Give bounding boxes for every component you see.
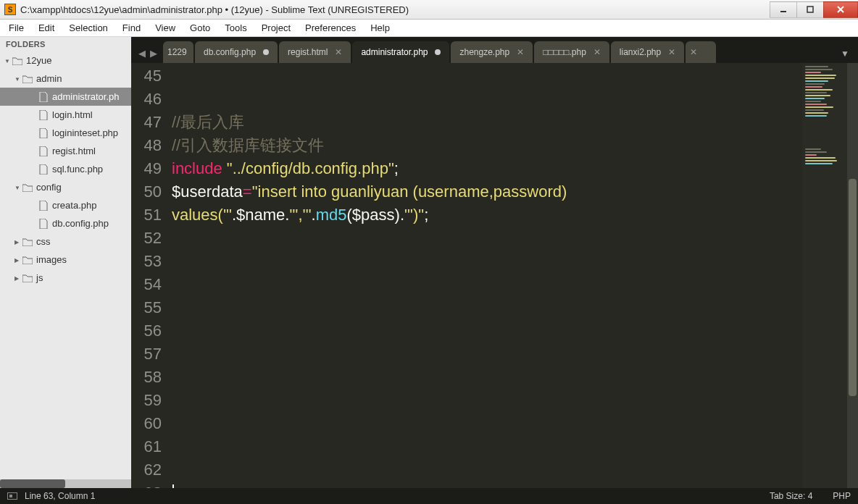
minimap[interactable] bbox=[802, 63, 847, 488]
tab-label: lianxi2.php bbox=[620, 47, 661, 57]
tree-folder-css[interactable]: css bbox=[0, 232, 131, 251]
tab-administrator[interactable]: administrator.php bbox=[352, 41, 449, 63]
editor: ◀ ▶ 1229 db.config.php regist.html✕ admi… bbox=[131, 37, 858, 488]
folder-icon bbox=[12, 55, 23, 67]
vertical-scrollbar[interactable] bbox=[847, 63, 858, 488]
close-tab-icon[interactable]: ✕ bbox=[335, 47, 342, 57]
tree-label: images bbox=[36, 254, 67, 265]
tree-label: config bbox=[36, 182, 62, 193]
tree-label: css bbox=[36, 236, 51, 247]
svg-rect-1 bbox=[807, 7, 813, 12]
file-icon bbox=[38, 109, 49, 121]
gutter: 45 46 47 48 49 50 51 52 53 54 55 56 57 5… bbox=[131, 63, 172, 488]
tree-label: login.html bbox=[52, 109, 93, 120]
tree-file-administrator[interactable]: administrator.ph bbox=[0, 88, 131, 106]
tab-1229[interactable]: 1229 bbox=[163, 41, 193, 63]
file-icon bbox=[38, 218, 49, 230]
status-tabsize[interactable]: Tab Size: 4 bbox=[770, 491, 812, 501]
maximize-button[interactable] bbox=[796, 1, 824, 18]
minimize-button[interactable] bbox=[770, 1, 797, 18]
menu-file[interactable]: File bbox=[1, 21, 31, 35]
tab-label: administrator.php bbox=[361, 47, 428, 57]
tab-zhengze[interactable]: zhengze.php✕ bbox=[451, 41, 533, 63]
tree-label: db.config.php bbox=[52, 218, 109, 229]
tree-label: js bbox=[36, 272, 43, 283]
tree-file-login[interactable]: login.html bbox=[0, 106, 131, 124]
tree-folder-admin[interactable]: admin bbox=[0, 70, 131, 88]
menu-selection[interactable]: Selection bbox=[62, 21, 114, 35]
tree-label: 12yue bbox=[26, 55, 51, 66]
window-title: C:\xampp\htdocs\12yue\admin\administrato… bbox=[20, 4, 409, 15]
tree-folder-js[interactable]: js bbox=[0, 269, 131, 287]
tab-regist[interactable]: regist.html✕ bbox=[279, 41, 351, 63]
folder-icon bbox=[22, 272, 33, 284]
panel-toggle-icon[interactable] bbox=[7, 492, 17, 500]
menu-help[interactable]: Help bbox=[363, 21, 397, 35]
tree-folder-root[interactable]: 12yue bbox=[0, 51, 131, 70]
chevron-down-icon[interactable] bbox=[14, 183, 22, 191]
code-content[interactable]: //最后入库 //引入数据库链接文件 include "../config/db… bbox=[172, 63, 802, 488]
tab-label: db.config.php bbox=[204, 47, 256, 57]
nav-forward-icon[interactable]: ▶ bbox=[150, 48, 157, 59]
tree-label: sql.func.php bbox=[52, 164, 103, 175]
menu-goto[interactable]: Goto bbox=[183, 21, 217, 35]
nav-back-icon[interactable]: ◀ bbox=[138, 48, 146, 59]
file-icon bbox=[38, 127, 49, 139]
tree-label: administrator.ph bbox=[52, 91, 120, 102]
chevron-down-icon[interactable] bbox=[14, 75, 22, 83]
tab-label: zhengze.php bbox=[459, 47, 509, 57]
code-area[interactable]: 45 46 47 48 49 50 51 52 53 54 55 56 57 5… bbox=[131, 63, 858, 488]
folder-icon bbox=[22, 254, 33, 266]
tree-file-dbconfig[interactable]: db.config.php bbox=[0, 214, 131, 232]
folder-open-icon bbox=[22, 182, 33, 193]
tree-label: creata.php bbox=[52, 200, 96, 211]
tab-unknown[interactable]: □□□□□.php✕ bbox=[534, 41, 609, 63]
tree-file-logininteset[interactable]: logininteset.php bbox=[0, 124, 131, 142]
menu-tools[interactable]: Tools bbox=[217, 21, 254, 35]
tree-label: admin bbox=[36, 73, 62, 84]
tree-label: logininteset.php bbox=[52, 127, 118, 138]
tree-folder-config[interactable]: config bbox=[0, 178, 131, 196]
tab-nav: ◀ ▶ bbox=[134, 48, 163, 63]
tree-folder-images[interactable]: images bbox=[0, 251, 131, 269]
folder-open-icon bbox=[22, 73, 33, 85]
close-tab-icon[interactable]: ✕ bbox=[517, 47, 524, 57]
menu-preferences[interactable]: Preferences bbox=[298, 21, 363, 35]
tree-file-creata[interactable]: creata.php bbox=[0, 196, 131, 214]
menubar: File Edit Selection Find View Goto Tools… bbox=[0, 20, 858, 37]
menu-edit[interactable]: Edit bbox=[31, 21, 62, 35]
dirty-icon bbox=[435, 49, 441, 55]
menu-find[interactable]: Find bbox=[115, 21, 148, 35]
tab-dbconfig[interactable]: db.config.php bbox=[195, 41, 278, 63]
close-tab-icon[interactable]: ✕ bbox=[593, 47, 601, 57]
file-icon bbox=[38, 164, 49, 175]
statusbar: Line 63, Column 1 Tab Size: 4 PHP bbox=[0, 488, 858, 504]
tab-extra[interactable]: ✕ bbox=[686, 41, 716, 63]
menu-project[interactable]: Project bbox=[254, 21, 298, 35]
tree-file-regist[interactable]: regist.html bbox=[0, 142, 131, 160]
folder-icon bbox=[22, 236, 33, 248]
chevron-right-icon[interactable] bbox=[14, 256, 22, 264]
close-tab-icon[interactable]: ✕ bbox=[690, 47, 697, 57]
menu-view[interactable]: View bbox=[148, 21, 183, 35]
tab-label: regist.html bbox=[288, 47, 328, 57]
window-titlebar: S C:\xampp\htdocs\12yue\admin\administra… bbox=[0, 0, 858, 20]
close-tab-icon[interactable]: ✕ bbox=[668, 47, 675, 57]
file-icon bbox=[38, 200, 49, 211]
status-position: Line 63, Column 1 bbox=[25, 491, 95, 501]
status-language[interactable]: PHP bbox=[833, 491, 851, 501]
chevron-right-icon[interactable] bbox=[14, 274, 22, 282]
tab-label: 1229 bbox=[167, 47, 187, 57]
dirty-icon bbox=[263, 49, 269, 55]
tab-lianxi2[interactable]: lianxi2.php✕ bbox=[611, 41, 684, 63]
chevron-down-icon[interactable] bbox=[4, 56, 12, 64]
tree-file-sqlfunc[interactable]: sql.func.php bbox=[0, 160, 131, 178]
close-button[interactable] bbox=[823, 1, 858, 18]
tab-overflow-icon[interactable]: ▼ bbox=[841, 49, 858, 63]
tab-bar: ◀ ▶ 1229 db.config.php regist.html✕ admi… bbox=[131, 37, 858, 63]
file-icon bbox=[38, 146, 49, 157]
chevron-right-icon[interactable] bbox=[14, 238, 22, 245]
window-controls bbox=[770, 1, 858, 18]
sidebar-scrollbar[interactable] bbox=[0, 479, 131, 488]
file-icon bbox=[38, 91, 49, 103]
